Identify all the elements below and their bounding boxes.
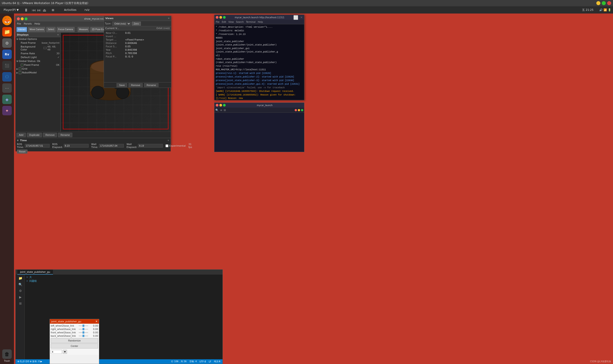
- bt-max[interactable]: [301, 109, 303, 111]
- move-camera-btn[interactable]: Move Camera: [28, 27, 45, 32]
- app-name-item[interactable]: rviz: [83, 8, 91, 12]
- bottom-terminal-header: mycar_launch: [214, 103, 304, 108]
- joint-slider-2[interactable]: [79, 332, 88, 333]
- dock-terminal[interactable]: ⬛: [2, 60, 12, 71]
- ros-time-input[interactable]: [25, 144, 50, 147]
- rviz-close-btn[interactable]: [17, 17, 20, 20]
- dock-settings[interactable]: ⚙: [2, 38, 12, 48]
- wall-elapsed-input[interactable]: [138, 144, 163, 147]
- trash-icon[interactable]: 🗑: [2, 349, 12, 359]
- dock-firefox[interactable]: 🦊: [2, 15, 12, 26]
- snapshot-button[interactable]: ⊞: [52, 8, 54, 12]
- joint-spin-down[interactable]: ▼: [63, 350, 67, 354]
- joint-slider-1[interactable]: [79, 329, 88, 329]
- views-remove-btn[interactable]: Remove: [128, 83, 143, 87]
- dock-app3[interactable]: ✦: [2, 105, 12, 116]
- vscode-branch[interactable]: ⊗ 0△0 ⓪0 ⊗ 发布: 0 ▶: [17, 360, 42, 363]
- tree-bg-color[interactable]: Background Color 48; 48; 48: [15, 45, 60, 52]
- add-btn[interactable]: Add: [16, 133, 26, 137]
- tree-fixed-frame[interactable]: Fixed Frame base_footprint: [15, 41, 60, 45]
- dock-more-apps[interactable]: ⋯: [2, 83, 12, 93]
- focus-camera-btn[interactable]: Focus Camera: [57, 27, 75, 32]
- bt-close[interactable]: [295, 109, 297, 111]
- reset-btn[interactable]: Reset: [17, 150, 27, 154]
- svg-point-3: [92, 86, 104, 99]
- duplicate-btn[interactable]: Duplicate: [27, 133, 42, 137]
- tree-global-status[interactable]: ▼ Global Status: Ok: [15, 59, 60, 63]
- bt-min[interactable]: [298, 109, 300, 111]
- experimental-label[interactable]: Experimental: [165, 144, 186, 147]
- views-header: Views ✕: [104, 16, 171, 21]
- maximize-button[interactable]: □: [602, 1, 606, 5]
- tree-grid[interactable]: ▶ ✓ Grid: [15, 67, 60, 71]
- joint-spin-input[interactable]: [51, 350, 62, 354]
- vscode-debug-icon[interactable]: ▶: [19, 295, 22, 299]
- rviz-menu-file[interactable]: File: [17, 22, 21, 25]
- bottom-search-icon[interactable]: 🔍: [215, 109, 219, 112]
- tree-global-options[interactable]: ▼ Global Options: [15, 37, 60, 41]
- dock-app2[interactable]: ◈: [2, 94, 12, 104]
- term-menu-terminal[interactable]: Terminal: [246, 21, 255, 23]
- bottom-term-max[interactable]: [223, 104, 226, 106]
- rviz-max-btn[interactable]: [25, 17, 27, 20]
- vscode-tab-main[interactable]: joint_state_publisher_gu: [17, 270, 53, 274]
- ros-elapsed-input[interactable]: [64, 144, 89, 147]
- terminal-maximize-icon[interactable]: ⬜: [293, 15, 298, 20]
- center-btn[interactable]: Center: [51, 343, 98, 349]
- displays-panel-close[interactable]: ✕: [57, 33, 59, 36]
- terminal-max-btn[interactable]: [223, 16, 226, 19]
- rviz-time-panel: ▼ Time ✕ ROS Time: ROS Elapsed: Wall Tim…: [15, 138, 171, 151]
- joint-slider-3[interactable]: [79, 336, 88, 336]
- vscode-explorer-icon[interactable]: 📁: [18, 276, 22, 280]
- tree-default-light[interactable]: Default Light ✓: [15, 55, 60, 59]
- wall-time-input[interactable]: [99, 144, 124, 147]
- time-close[interactable]: ✕: [167, 139, 169, 142]
- term-menu-edit[interactable]: Edit: [222, 21, 226, 23]
- interact-btn[interactable]: Interact: [16, 27, 27, 32]
- activities-item[interactable]: Activities: [62, 8, 78, 12]
- term-menu-view[interactable]: View: [228, 21, 234, 23]
- time-toggle[interactable]: ▼: [17, 139, 19, 142]
- views-type-select[interactable]: Orbit (rviz): [112, 22, 131, 26]
- minimize-button[interactable]: –: [596, 1, 600, 5]
- tree-fixed-frame-status[interactable]: ✓ Fixed Frame OK: [15, 63, 60, 67]
- dock-rviz[interactable]: Rv: [2, 49, 12, 59]
- dock-files[interactable]: 📁: [2, 26, 12, 37]
- remove-btn[interactable]: Remove: [43, 133, 57, 137]
- vscode-search-icon[interactable]: 🔍: [18, 283, 22, 286]
- bottom-grid-icon[interactable]: ⊞: [224, 109, 226, 112]
- terminal-close-btn[interactable]: [216, 16, 218, 19]
- player-menu[interactable]: Player(P) ▼: [2, 8, 21, 12]
- term-menu-help[interactable]: Help: [258, 21, 263, 23]
- views-close[interactable]: ✕: [168, 17, 170, 20]
- rviz-menu-help[interactable]: Help: [35, 22, 40, 25]
- joint-state-close[interactable]: ✕: [95, 320, 98, 323]
- terminal-line: * /robot_description: <?xml version="1..…: [216, 26, 303, 29]
- rename-btn[interactable]: Rename: [58, 133, 72, 137]
- vscode-git-icon[interactable]: ⚙: [19, 289, 22, 293]
- joint-slider-0[interactable]: [79, 325, 88, 326]
- views-rename-btn[interactable]: Rename: [144, 83, 159, 87]
- views-save-btn[interactable]: Save: [117, 83, 127, 87]
- measure-btn[interactable]: Measure: [78, 27, 90, 32]
- bottom-list-icon[interactable]: ≡: [220, 109, 222, 112]
- rviz-menu-panels[interactable]: Panels: [24, 22, 32, 25]
- dock-vscode[interactable]: 〈〉: [2, 72, 12, 82]
- term-menu-search[interactable]: Search: [236, 21, 244, 23]
- terminal-close-icon[interactable]: ✕: [300, 15, 303, 19]
- rviz-min-btn[interactable]: [21, 17, 24, 20]
- views-zero-btn[interactable]: Zero: [132, 22, 141, 26]
- vscode-extensions-icon[interactable]: ⊞: [19, 302, 22, 305]
- bottom-term-close[interactable]: [216, 104, 218, 106]
- tree-robot-model[interactable]: ▶ ✓ RobotModel: [15, 71, 60, 75]
- randomize-btn[interactable]: Randomize: [51, 338, 98, 343]
- pause-button[interactable]: ⏸: [24, 8, 28, 13]
- terminal-min-btn[interactable]: [219, 16, 222, 19]
- select-btn[interactable]: Select: [46, 27, 56, 32]
- tree-frame-rate[interactable]: Frame Rate 30: [15, 52, 60, 55]
- close-button[interactable]: ✕: [607, 1, 611, 5]
- terminal-line: 'import sitecustomize' failed; use -v fo…: [216, 86, 303, 90]
- bottom-term-min[interactable]: [219, 104, 222, 106]
- experimental-checkbox[interactable]: [165, 144, 168, 147]
- term-menu-file[interactable]: File: [216, 21, 219, 23]
